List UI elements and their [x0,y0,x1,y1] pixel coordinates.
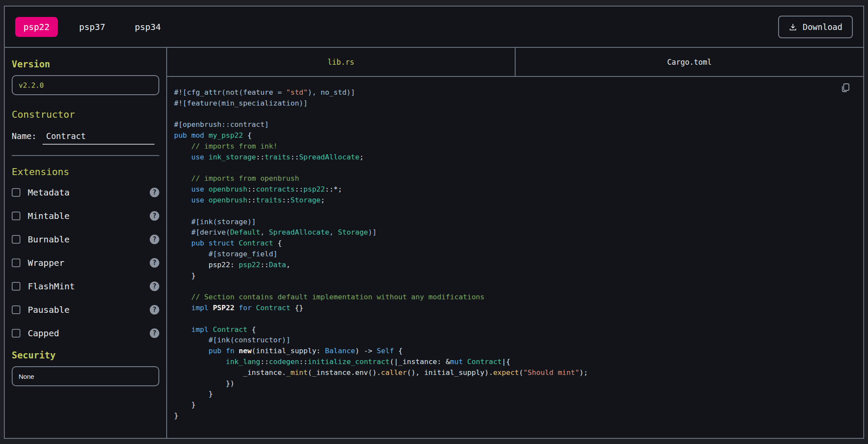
content-row: Version v2.2.0 Constructor Name: Extensi… [5,48,863,438]
version-select[interactable]: v2.2.0 [12,75,159,95]
extensions-heading: Extensions [12,166,159,177]
tab-psp37[interactable]: psp37 [71,17,113,37]
extension-label: Wrapper [28,258,64,268]
code-listing: #![cfg_attr(not(feature = "std"), no_std… [174,87,855,421]
security-select-value: None [19,373,34,380]
help-icon[interactable]: ? [150,305,159,315]
extension-row: Capped ? [12,321,159,345]
extension-checkbox[interactable] [12,235,20,244]
top-bar: psp22 psp37 psp34 Download [5,7,863,48]
extension-checkbox[interactable] [12,282,20,291]
download-icon [789,23,797,31]
version-heading: Version [12,59,159,70]
tab-lib-rs[interactable]: lib.rs [167,48,516,76]
extension-label: Mintable [28,211,69,221]
sidebar-divider [12,155,159,156]
extension-label: FlashMint [28,281,75,292]
code-area: #![cfg_attr(not(feature = "std"), no_std… [167,77,863,438]
standard-tabs: psp22 psp37 psp34 [15,17,169,37]
extension-row: Pausable ? [12,298,159,321]
version-select-value: v2.2.0 [19,81,44,89]
contract-name-input[interactable] [43,131,155,145]
extension-checkbox[interactable] [12,258,20,267]
constructor-heading: Constructor [12,109,159,120]
constructor-name-row: Name: [12,131,159,145]
tab-cargo-toml[interactable]: Cargo.toml [516,48,863,76]
extension-checkbox[interactable] [12,305,20,314]
app-frame: psp22 psp37 psp34 Download Version v2.2.… [4,6,864,439]
sidebar: Version v2.2.0 Constructor Name: Extensi… [5,48,167,438]
extension-checkbox[interactable] [12,329,20,338]
file-tabs: lib.rs Cargo.toml [167,48,863,77]
extension-row: Wrapper ? [12,251,159,275]
help-icon[interactable]: ? [150,328,159,338]
extension-checkbox[interactable] [12,212,20,220]
extension-row: Metadata ? [12,181,159,204]
extension-row: Mintable ? [12,204,159,228]
code-panel: lib.rs Cargo.toml #![cfg_attr(not(featur… [167,48,863,438]
tab-psp22[interactable]: psp22 [15,17,58,37]
download-label: Download [802,22,842,32]
extension-label: Capped [28,328,59,338]
security-select[interactable]: None [12,366,159,386]
extension-label: Metadata [28,187,69,198]
help-icon[interactable]: ? [150,188,159,197]
extension-label: Pausable [28,305,69,315]
extension-row: FlashMint ? [12,275,159,298]
copy-code-button[interactable] [840,82,851,95]
extension-label: Burnable [28,234,69,245]
download-button[interactable]: Download [778,16,853,38]
name-label: Name: [12,131,36,141]
extensions-list: Metadata ? Mintable ? Burnable ? Wrapper… [12,181,159,345]
help-icon[interactable]: ? [150,282,159,291]
help-icon[interactable]: ? [150,258,159,268]
extension-row: Burnable ? [12,228,159,251]
extension-checkbox[interactable] [12,188,20,197]
help-icon[interactable]: ? [150,211,159,221]
help-icon[interactable]: ? [150,235,159,244]
copy-icon [840,88,851,95]
security-heading: Security [12,350,159,361]
tab-psp34[interactable]: psp34 [126,17,169,37]
